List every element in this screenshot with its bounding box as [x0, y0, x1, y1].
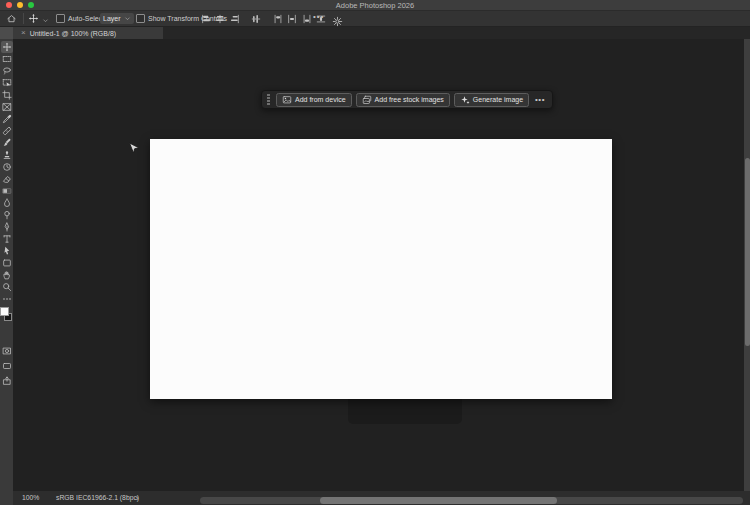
crop-tool[interactable]	[1, 89, 13, 101]
horizontal-scrollbar-thumb[interactable]	[320, 497, 557, 504]
document-canvas[interactable]	[150, 139, 612, 399]
zoom-level-field[interactable]: 100%	[22, 494, 39, 501]
blur-tool[interactable]	[1, 197, 13, 209]
object-selection-tool[interactable]	[1, 77, 13, 89]
window-title: Adobe Photoshop 2026	[0, 0, 750, 10]
add-free-stock-images-button[interactable]: Add free stock images	[356, 93, 450, 107]
align-vertical-centers-button[interactable]	[251, 13, 262, 24]
distribute-right-edges-button[interactable]	[301, 13, 312, 24]
eraser-tool[interactable]	[1, 173, 13, 185]
dodge-tool[interactable]	[1, 209, 13, 221]
hand-tool[interactable]	[1, 269, 13, 281]
share-button[interactable]	[1, 375, 13, 387]
rectangle-tool[interactable]	[1, 257, 13, 269]
contextual-task-bar: Add from deviceAdd free stock imagesGene…	[261, 90, 553, 109]
screen-mode-button[interactable]	[1, 360, 13, 372]
quick-mask-button[interactable]	[1, 345, 13, 357]
horizontal-scrollbar[interactable]	[200, 497, 743, 504]
move-icon	[28, 10, 39, 28]
pen-tool[interactable]	[1, 221, 13, 233]
taskbar-more-button[interactable]: •••	[533, 95, 547, 104]
zoom-tool[interactable]	[1, 281, 13, 293]
status-bar-corner	[0, 491, 13, 505]
photoshop-window: Adobe Photoshop 2026 Auto-Select: Layer …	[0, 0, 750, 505]
close-tab-icon[interactable]: ×	[21, 28, 26, 38]
marquee-tool[interactable]	[1, 53, 13, 65]
status-bar: 100% sRGB IEC61966-2.1 (8bpc) ›	[0, 491, 750, 505]
home-button[interactable]	[6, 11, 17, 26]
clone-stamp-tool[interactable]	[1, 149, 13, 161]
document-tab-title: Untitled-1 @ 100% (RGB/8)	[30, 30, 116, 37]
edit-toolbar-button[interactable]	[1, 293, 13, 305]
document-tab-bar: × Untitled-1 @ 100% (RGB/8)	[0, 27, 750, 39]
distribute-horizontal-centers-button[interactable]	[287, 13, 298, 24]
align-controls	[200, 13, 327, 24]
device-icon	[282, 95, 292, 105]
color-profile-status: sRGB IEC61966-2.1 (8bpc)	[56, 494, 139, 501]
mouse-cursor	[128, 142, 141, 161]
taskbar-buttons: Add from deviceAdd free stock imagesGene…	[276, 93, 529, 107]
chevron-down-icon	[42, 10, 49, 28]
foreground-color-swatch[interactable]	[0, 307, 9, 316]
align-horizontal-centers-button[interactable]	[215, 13, 226, 24]
vertical-scrollbar[interactable]	[744, 39, 750, 491]
lasso-tool[interactable]	[1, 65, 13, 77]
taskbar-button-label: Add from device	[295, 96, 346, 103]
separator	[23, 13, 24, 24]
canvas-area[interactable]: Add from deviceAdd free stock imagesGene…	[13, 39, 744, 491]
status-chevron-icon[interactable]: ›	[136, 494, 139, 503]
healing-brush-tool[interactable]	[1, 125, 13, 137]
frame-tool[interactable]	[1, 101, 13, 113]
generate-image-button[interactable]: Generate image	[454, 93, 529, 107]
sparkle-icon	[460, 95, 470, 105]
auto-select-target-dropdown[interactable]: Layer	[100, 13, 134, 24]
options-bar: Auto-Select: Layer Show Transform Contro…	[0, 11, 750, 27]
vertical-scrollbar-thumb[interactable]	[745, 158, 750, 346]
tool-preset-dropdown[interactable]	[42, 11, 49, 26]
checkbox-icon	[56, 14, 65, 23]
home-icon	[6, 10, 17, 28]
add-from-device-button[interactable]: Add from device	[276, 93, 352, 107]
align-left-edges-button[interactable]	[200, 13, 211, 24]
title-bar: Adobe Photoshop 2026	[0, 0, 750, 11]
distribute-left-edges-button[interactable]	[272, 13, 283, 24]
path-selection-tool[interactable]	[1, 245, 13, 257]
eyedropper-tool[interactable]	[1, 113, 13, 125]
auto-select-value: Layer	[103, 15, 121, 22]
auto-select-checkbox[interactable]: Auto-Select:	[56, 11, 106, 26]
type-tool[interactable]	[1, 233, 13, 245]
gradient-tool[interactable]	[1, 185, 13, 197]
stock-icon	[362, 95, 372, 105]
document-tab[interactable]: × Untitled-1 @ 100% (RGB/8)	[13, 27, 163, 39]
tools-panel	[0, 39, 13, 505]
brush-tool[interactable]	[1, 137, 13, 149]
color-swatches-control[interactable]	[0, 307, 13, 323]
move-tool[interactable]	[1, 41, 13, 53]
more-options-button[interactable]: •••	[313, 12, 324, 21]
move-tool-indicator[interactable]	[28, 11, 39, 26]
chevron-down-icon	[124, 15, 131, 23]
taskbar-button-label: Add free stock images	[375, 96, 444, 103]
checkbox-icon	[136, 14, 145, 23]
drag-handle-icon[interactable]	[267, 94, 270, 105]
history-brush-tool[interactable]	[1, 161, 13, 173]
taskbar-button-label: Generate image	[473, 96, 523, 103]
align-right-edges-button[interactable]	[229, 13, 240, 24]
